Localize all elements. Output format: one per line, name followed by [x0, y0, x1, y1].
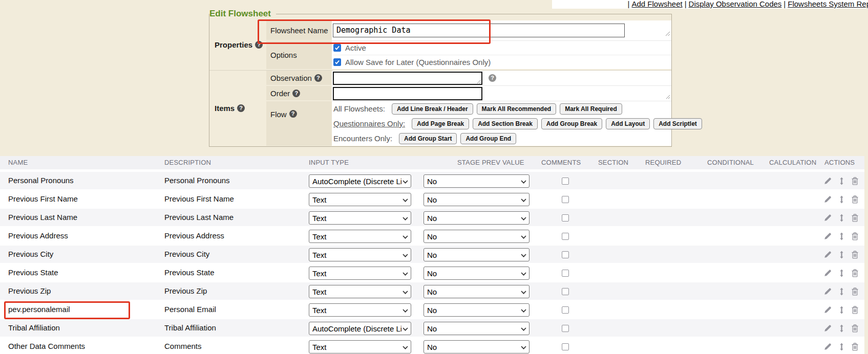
edit-pencil-icon[interactable] [823, 177, 832, 185]
add-scriptlet-button[interactable]: Add Scriptlet [653, 118, 702, 129]
help-icon[interactable]: ? [489, 74, 496, 82]
observation-input[interactable] [333, 72, 482, 85]
delete-trash-icon[interactable] [851, 306, 859, 314]
add-group-start-button[interactable]: Add Group Start [399, 133, 457, 144]
delete-trash-icon[interactable] [851, 232, 859, 240]
add-section-break-button[interactable]: Add Section Break [473, 118, 538, 129]
flow-group-line: Encounters Only:Add Group StartAdd Group… [333, 131, 671, 146]
help-icon[interactable]: ? [289, 110, 297, 118]
table-row: Previous First NamePrevious First NameTe… [0, 190, 864, 209]
input-type-select[interactable]: Text [309, 248, 411, 261]
edit-pencil-icon[interactable] [823, 287, 832, 296]
input-type-select[interactable]: AutoComplete (Discrete List) [309, 174, 411, 188]
delete-trash-icon[interactable] [851, 269, 859, 277]
flow-group-label: Questionnaires Only: [333, 119, 405, 128]
edit-pencil-icon[interactable] [823, 195, 832, 204]
top-link[interactable]: Display Observation Codes [689, 0, 782, 8]
input-type-select[interactable]: Text [309, 285, 411, 298]
stage-prev-value-select[interactable]: No [424, 248, 530, 261]
comments-checkbox[interactable] [562, 270, 569, 277]
edit-pencil-icon[interactable] [823, 324, 832, 333]
input-type-select[interactable]: Text [309, 340, 411, 353]
comments-checkbox[interactable] [562, 343, 569, 350]
input-type-select[interactable]: Text [309, 303, 411, 317]
comments-checkbox[interactable] [562, 214, 569, 222]
comments-checkbox[interactable] [562, 233, 569, 240]
input-type-select[interactable]: Text [309, 230, 411, 243]
select-value: No [427, 306, 520, 315]
row-actions [823, 227, 859, 246]
select-value: Text [312, 287, 401, 296]
move-up-down-icon[interactable] [838, 324, 845, 333]
delete-trash-icon[interactable] [851, 343, 859, 351]
chevron-down-icon [521, 327, 526, 331]
stage-prev-value-select[interactable]: No [424, 193, 530, 206]
move-up-down-icon[interactable] [838, 306, 845, 314]
add-page-break-button[interactable]: Add Page Break [412, 118, 469, 129]
delete-trash-icon[interactable] [851, 324, 859, 333]
move-up-down-icon[interactable] [838, 177, 845, 185]
resize-grip-icon [665, 94, 670, 99]
help-icon[interactable]: ? [292, 90, 300, 97]
move-up-down-icon[interactable] [838, 287, 845, 296]
edit-pencil-icon[interactable] [823, 306, 832, 314]
checked-checkbox[interactable] [333, 58, 341, 66]
table-row: Previous Last NamePrevious Last NameText… [0, 209, 864, 227]
stage-prev-value-select[interactable]: No [424, 174, 530, 188]
add-group-break-button[interactable]: Add Group Break [541, 118, 602, 129]
comments-checkbox[interactable] [562, 288, 569, 295]
comments-checkbox[interactable] [562, 178, 569, 185]
edit-pencil-icon[interactable] [823, 343, 832, 351]
move-up-down-icon[interactable] [838, 343, 845, 351]
row-description: Previous City [164, 246, 209, 263]
stage-prev-value-select[interactable]: No [424, 340, 530, 353]
delete-trash-icon[interactable] [851, 214, 859, 222]
stage-prev-value-select[interactable]: No [424, 322, 530, 335]
delete-trash-icon[interactable] [851, 195, 859, 204]
row-description: Comments [164, 338, 202, 354]
stage-prev-value-select[interactable]: No [424, 230, 530, 243]
mark-all-required-button[interactable]: Mark All Required [560, 103, 622, 115]
comments-checkbox[interactable] [562, 251, 569, 258]
stage-prev-value-select[interactable]: No [424, 303, 530, 317]
move-up-down-icon[interactable] [838, 251, 845, 259]
input-type-select[interactable]: Text [309, 211, 411, 225]
column-header-required: REQUIRED [645, 156, 681, 169]
delete-trash-icon[interactable] [851, 177, 859, 185]
comments-checkbox[interactable] [562, 306, 569, 314]
move-up-down-icon[interactable] [838, 269, 845, 277]
help-icon[interactable]: ? [237, 104, 245, 112]
move-up-down-icon[interactable] [838, 195, 845, 204]
select-value: No [427, 177, 520, 186]
delete-trash-icon[interactable] [851, 287, 859, 296]
delete-trash-icon[interactable] [851, 251, 859, 259]
chevron-down-icon [403, 180, 408, 184]
comments-checkbox[interactable] [562, 196, 569, 203]
flow-group-line: All Flowsheets:Add Line Break / HeaderMa… [333, 101, 671, 116]
comments-checkbox[interactable] [562, 325, 569, 332]
checked-checkbox[interactable] [333, 44, 341, 52]
mark-all-recommended-button[interactable]: Mark All Recommended [477, 103, 557, 115]
input-type-select[interactable]: Text [309, 193, 411, 206]
edit-pencil-icon[interactable] [823, 269, 832, 277]
flowsheet-items-table: NAMEDESCRIPTIONINPUT TYPESTAGE PREV VALU… [0, 156, 864, 354]
add-line-break-header-button[interactable]: Add Line Break / Header [392, 103, 473, 115]
add-layout-button[interactable]: Add Layout [606, 118, 650, 129]
input-type-select[interactable]: AutoComplete (Discrete List) [309, 322, 411, 335]
top-link[interactable]: Flowsheets System Rep [788, 0, 868, 8]
stage-prev-value-select[interactable]: No [424, 267, 530, 280]
table-row: Other Data CommentsCommentsTextNo [0, 338, 864, 354]
edit-pencil-icon[interactable] [823, 232, 832, 240]
edit-pencil-icon[interactable] [823, 214, 832, 222]
stage-prev-value-select[interactable]: No [424, 211, 530, 225]
add-group-end-button[interactable]: Add Group End [460, 133, 516, 144]
move-up-down-icon[interactable] [838, 214, 845, 222]
top-link[interactable]: Add Flowsheet [631, 0, 682, 8]
order-input[interactable] [333, 87, 482, 100]
stage-prev-value-select[interactable]: No [424, 285, 530, 298]
options-cell: ActiveAllow Save for Later (Questionnair… [332, 41, 671, 69]
edit-pencil-icon[interactable] [823, 251, 832, 259]
input-type-select[interactable]: Text [309, 267, 411, 280]
move-up-down-icon[interactable] [838, 232, 845, 240]
help-icon[interactable]: ? [314, 74, 322, 82]
